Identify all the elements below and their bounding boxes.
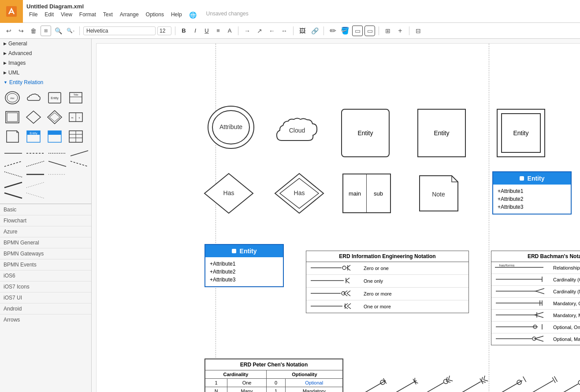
- diamond-simple[interactable]: Has: [202, 171, 255, 217]
- menu-file[interactable]: File: [26, 11, 40, 19]
- redo-button[interactable]: ↪: [16, 26, 26, 36]
- note-shape[interactable]: Note: [417, 174, 461, 214]
- svg-line-34: [71, 161, 88, 166]
- canvas[interactable]: Attribute Cloud Entity Entity: [96, 43, 580, 392]
- line-3[interactable]: [48, 149, 67, 158]
- shape-table-grid[interactable]: [67, 128, 85, 145]
- entity-table-2[interactable]: — Entity +Attribute1 +Attribute2 +Attrib…: [204, 244, 284, 287]
- sidebar-bpmn-gateways[interactable]: BPMN Gateways: [0, 248, 91, 259]
- add-button[interactable]: +: [395, 26, 405, 36]
- arrow-left-button[interactable]: ←: [267, 26, 277, 36]
- underline-button[interactable]: U: [202, 26, 212, 36]
- shape-entity-double-border[interactable]: [4, 108, 21, 126]
- sidebar-ios7-icons[interactable]: iOS7 Icons: [0, 281, 91, 292]
- line-4[interactable]: [70, 149, 89, 158]
- delete-button[interactable]: 🗑: [28, 26, 39, 36]
- sidebar-uml[interactable]: ▶ UML: [0, 68, 91, 78]
- shape-entity-titled[interactable]: Title: [67, 89, 85, 107]
- attribute-shape[interactable]: Attribute: [207, 103, 255, 152]
- entity-double-rect[interactable]: Entity: [497, 109, 545, 157]
- line-5[interactable]: [4, 159, 23, 168]
- shape-split-entity[interactable]: ms: [67, 108, 85, 126]
- line-8[interactable]: [70, 159, 89, 168]
- line-11[interactable]: [48, 170, 67, 179]
- rounded-rect-button[interactable]: ▭: [364, 26, 375, 36]
- shape-cloud[interactable]: [25, 89, 42, 107]
- sidebar-basic[interactable]: Basic: [0, 204, 91, 215]
- menu-format[interactable]: Format: [77, 11, 99, 19]
- shape-entity-blue-table[interactable]: Entity: [25, 128, 42, 145]
- line-18[interactable]: [26, 191, 45, 200]
- menu-options[interactable]: Options: [143, 11, 167, 19]
- line-20[interactable]: [69, 191, 88, 200]
- cloud-shape[interactable]: Cloud: [273, 110, 326, 151]
- shape-entity-plain[interactable]: Entity: [46, 89, 63, 107]
- bold-button[interactable]: B: [179, 26, 189, 36]
- arrow-both-button[interactable]: ↔: [279, 26, 290, 36]
- sidebar-ios6[interactable]: iOS6: [0, 270, 91, 281]
- arrow-right-button[interactable]: →: [242, 26, 253, 36]
- font-selector[interactable]: [83, 26, 156, 35]
- canvas-area[interactable]: Attribute Cloud Entity Entity: [92, 39, 580, 392]
- split-entity[interactable]: main sub: [342, 174, 391, 213]
- line-15[interactable]: [48, 181, 67, 189]
- line-9[interactable]: [4, 170, 23, 179]
- image-button[interactable]: 🖼: [297, 26, 308, 36]
- grid-button[interactable]: ⊞: [383, 26, 393, 36]
- menu-view[interactable]: View: [58, 11, 75, 19]
- line-1[interactable]: [4, 149, 23, 158]
- rect-button[interactable]: ▭: [352, 26, 363, 36]
- arrow-bend-button[interactable]: ↗: [254, 26, 265, 36]
- font-size-input[interactable]: [157, 26, 171, 35]
- line-2[interactable]: [26, 149, 45, 158]
- shape-attribute[interactable]: Attr: [4, 89, 21, 107]
- shape-entity-minimal[interactable]: [46, 128, 63, 145]
- entity-table-1[interactable]: — Entity +Attribute1 +Attribute2 +Attrib…: [492, 171, 572, 214]
- link-button[interactable]: 🔗: [309, 26, 320, 36]
- line-17[interactable]: [4, 191, 23, 200]
- line-19[interactable]: [48, 191, 67, 200]
- line-10[interactable]: [26, 170, 45, 179]
- fit-page-button[interactable]: ⊞: [41, 26, 51, 36]
- shape-note[interactable]: [4, 128, 21, 145]
- sidebar-general[interactable]: ▶ General: [0, 39, 91, 48]
- sidebar-azure[interactable]: Azure: [0, 226, 91, 237]
- line-16[interactable]: [69, 181, 88, 189]
- line-6[interactable]: [26, 159, 45, 168]
- sidebar-shapes-grid: Attr Entity Title ms: [0, 87, 91, 147]
- line-14[interactable]: [26, 181, 45, 189]
- font-color-button[interactable]: A: [225, 26, 234, 36]
- sidebar-bpmn-events[interactable]: BPMN Events: [0, 259, 91, 270]
- menu-text[interactable]: Text: [100, 11, 115, 19]
- fill-color-button[interactable]: ✏: [327, 26, 338, 36]
- menu-help[interactable]: Help: [168, 11, 185, 19]
- paint-bucket-button[interactable]: 🪣: [340, 26, 350, 36]
- shape-diamond-double[interactable]: [46, 108, 63, 126]
- entity-plain-rect[interactable]: Entity: [417, 109, 466, 157]
- minimize-btn-1[interactable]: —: [520, 176, 524, 181]
- menu-arrange[interactable]: Arrange: [117, 11, 141, 19]
- diamond-double[interactable]: Has: [273, 171, 326, 217]
- shape-diamond[interactable]: [25, 108, 42, 126]
- line-12[interactable]: [70, 170, 88, 179]
- line-13[interactable]: [4, 181, 23, 189]
- minimize-btn-2[interactable]: —: [232, 249, 236, 253]
- sidebar-images[interactable]: ▶ Images: [0, 58, 91, 68]
- align-button[interactable]: ≡: [213, 26, 223, 36]
- panel-toggle-button[interactable]: ⊟: [413, 26, 424, 36]
- sidebar-arrows[interactable]: Arrows: [0, 314, 91, 325]
- entity-rounded-rect[interactable]: Entity: [341, 109, 390, 157]
- logo-area: [0, 0, 23, 23]
- sidebar-ios7-ui[interactable]: iOS7 UI: [0, 292, 91, 303]
- zoom-out-button[interactable]: 🔍-: [65, 26, 76, 36]
- sidebar-android[interactable]: Android: [0, 303, 91, 314]
- sidebar-flowchart[interactable]: Flowchart: [0, 215, 91, 226]
- line-7[interactable]: [48, 159, 67, 168]
- menu-edit[interactable]: Edit: [42, 11, 56, 19]
- sidebar-bpmn-general[interactable]: BPMN General: [0, 237, 91, 248]
- italic-button[interactable]: I: [190, 26, 200, 36]
- sidebar-entity-relation[interactable]: ▼ Entity Relation: [0, 78, 91, 87]
- sidebar-advanced[interactable]: ▶ Advanced: [0, 48, 91, 58]
- undo-button[interactable]: ↩: [4, 26, 14, 36]
- zoom-in-button[interactable]: 🔍: [53, 26, 63, 36]
